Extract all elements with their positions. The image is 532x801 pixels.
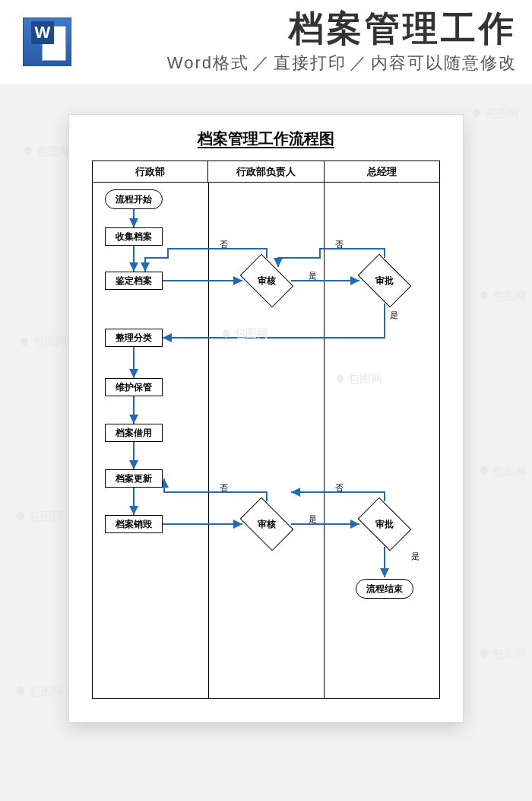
label-no: 否	[335, 239, 344, 250]
watermark: 包图网	[479, 289, 527, 304]
document-title: 档案管理工作流程图	[69, 115, 463, 155]
header-title: 档案管理工作	[74, 9, 517, 48]
page-header: 档案管理工作 Word格式／直接打印／内容可以随意修改	[0, 0, 532, 84]
watermark: 包图网	[19, 335, 67, 349]
document-stage: 包图网 包图网 包图网 包图网 包图网 包图网 包图网 包图网 档案管理工作流程…	[0, 84, 532, 801]
sub-word: Word格式	[167, 53, 249, 72]
node-sort: 整理分类	[105, 329, 163, 347]
label-yes: 是	[390, 310, 398, 321]
node-maintain: 维护保管	[105, 378, 163, 396]
lane-header-gm: 总经理	[324, 161, 439, 182]
label-yes: 是	[309, 513, 317, 525]
node-identify: 鉴定档案	[105, 272, 163, 290]
node-update: 档案更新	[105, 469, 163, 488]
watermark: 包图网	[479, 647, 527, 661]
label-yes: 是	[309, 270, 317, 281]
sub-edit: 内容可以随意修改	[371, 53, 517, 72]
watermark: 包图网	[15, 510, 63, 524]
node-start: 流程开始	[105, 189, 163, 209]
lane-header-admin: 行政部	[93, 161, 207, 182]
word-icon	[23, 17, 71, 66]
label-yes: 是	[411, 551, 420, 562]
document-sheet: 档案管理工作流程图 行政部 行政部负责人 总经理	[68, 114, 464, 723]
lane-header-admin-lead: 行政部负责人	[207, 161, 323, 182]
node-destroy: 档案销毁	[105, 515, 163, 533]
watermark: 包图网	[471, 106, 519, 121]
header-text-block: 档案管理工作 Word格式／直接打印／内容可以随意修改	[74, 9, 517, 75]
sub-print: 直接打印	[274, 53, 347, 72]
watermark: 包图网	[23, 145, 71, 159]
label-no: 否	[220, 239, 228, 250]
watermark: 包图网	[15, 685, 63, 699]
node-end: 流程结束	[356, 579, 413, 599]
watermark: 包图网	[479, 464, 527, 478]
node-collect: 收集档案	[105, 227, 163, 246]
label-no: 否	[335, 482, 344, 494]
node-borrow: 档案借用	[105, 424, 163, 442]
header-subtitle: Word格式／直接打印／内容可以随意修改	[74, 52, 517, 75]
swimlane-header: 行政部 行政部负责人 总经理	[93, 161, 439, 183]
flowchart-canvas: 流程开始 收集档案 鉴定档案 整理分类 维护保管 档案借用 档案更新 档案销毁 …	[92, 182, 440, 699]
label-no: 否	[220, 482, 228, 494]
